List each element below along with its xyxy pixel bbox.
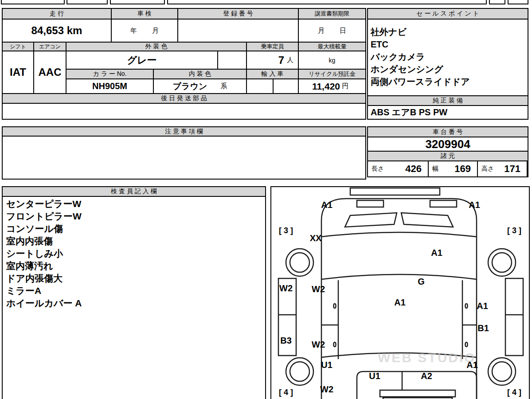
inspector-note-item: ホイールカバー A [3, 297, 265, 309]
inspector-notes-header: 検 査 員 記 入 欄 [3, 187, 265, 196]
damage-mark: G [418, 277, 425, 287]
notes-body [3, 137, 365, 179]
transfer-deadline-header: 譲渡書類期限 [299, 9, 365, 19]
auction-sheet: 走 行 車 検 登 録 番 号 譲渡書類期限 84,653 km 年 月 月 日… [0, 0, 532, 399]
damage-mark: A1 [469, 200, 480, 210]
genuine-equipment-value: ABS エアB PS PW [368, 106, 528, 119]
inspector-note-item: 室内内張傷 [3, 235, 265, 247]
damage-mark: B3 [280, 336, 292, 346]
height-cell: 高さ 171 [478, 161, 527, 176]
sales-point-item: バックカメラ [368, 51, 528, 63]
inspector-note-item: シートしみ小 [3, 247, 265, 260]
tire-grade-front-right: [ 3 ] [507, 226, 521, 235]
capacity-unit: 人 [287, 56, 293, 64]
sales-point-item: ホンダセンシング [368, 63, 528, 75]
exterior-color-value: グレー [66, 51, 217, 69]
registration-number-value [178, 20, 298, 42]
color-no-header: カ ラ ー No. [66, 70, 153, 78]
damage-mark: A1 [466, 360, 478, 370]
height-value: 171 [504, 163, 520, 175]
recycle-unit: 円 [342, 82, 348, 90]
interior-color-value: ブラウン 系 [154, 79, 246, 93]
aircon-value: AAC [34, 51, 66, 93]
interior-color-name: ブラウン [173, 81, 207, 92]
cutoff-row-cell [167, 0, 487, 4]
import-car-value [247, 79, 273, 93]
cutoff-row-cell [1, 0, 65, 4]
transfer-deadline-value: 月 日 [299, 20, 365, 42]
inspection-header: 車 検 [112, 9, 177, 19]
cutoff-row-cell [110, 0, 165, 4]
damage-mark: W2 [320, 384, 333, 395]
damage-mark: W2 [279, 283, 293, 293]
inspector-note-item: 室内薄汚れ [3, 260, 265, 272]
inspector-notes-list: センターピラーW フロントピラーW コンソール傷 室内内張傷 シートしみ小 室内… [3, 197, 265, 399]
recycle-deposit-value: 11,420 円 [299, 79, 365, 93]
tire-grade-rear-left: [ 4 ] [279, 388, 293, 397]
notes-box: 注 意 事 項 欄 [2, 126, 366, 180]
aircon-header: エアコン [34, 43, 66, 51]
damage-mark: U1 [369, 371, 380, 381]
capacity-value: 7 人 [247, 51, 298, 69]
width-cell: 幅 169 [429, 161, 477, 176]
chassis-number-value: 3209904 [368, 137, 528, 151]
sales-points-box: セ ー ル ス ポ イ ン ト 社外ナビ ETC バックカメラ ホンダセンシング… [367, 8, 528, 120]
sales-point-item: 社外ナビ [368, 26, 528, 38]
later-shipped-parts-header: 後 日 発 送 部 品 [3, 94, 365, 103]
interior-color-suffix: 系 [220, 82, 227, 90]
import-car-extra-cell [274, 79, 298, 93]
inspector-notes-box: 検 査 員 記 入 欄 センターピラーW フロントピラーW コンソール傷 室内内… [2, 186, 266, 399]
inspector-note-item: センターピラーW [3, 198, 265, 210]
chassis-number-header: 車 台 番 号 [368, 127, 528, 137]
interior-color-header: 内 装 色 [154, 70, 246, 78]
car-diagram-svg [271, 187, 529, 399]
inspector-note-item: コンソール傷 [3, 223, 265, 235]
vehicle-info-table: 走 行 車 検 登 録 番 号 譲渡書類期限 84,653 km 年 月 月 日… [2, 8, 366, 120]
damage-mark: XX [310, 233, 322, 243]
damage-mark: U1 [321, 360, 332, 370]
damage-diagram-box: WEB STUDIO A1 A1 [ 3 ] [ 3 ] XX A1 W2 W2… [270, 186, 530, 399]
shift-header: シフト [3, 43, 33, 51]
registration-number-header: 登 録 番 号 [178, 9, 298, 19]
mileage-header: 走 行 [3, 9, 111, 19]
later-shipped-parts-value [3, 104, 365, 119]
recycle-amount: 11,420 [312, 81, 340, 92]
width-value: 169 [454, 163, 471, 175]
genuine-equipment-header: 純 正 装 備 [368, 96, 528, 105]
damage-diagram-canvas: WEB STUDIO A1 A1 [ 3 ] [ 3 ] XX A1 W2 W2… [271, 187, 529, 399]
color-no-value: NH905M [66, 79, 153, 93]
sales-points-header: セ ー ル ス ポ イ ン ト [368, 9, 528, 19]
inspector-note-item: ミラーA [3, 285, 265, 297]
inspector-note-item: フロントピラーW [3, 210, 265, 223]
damage-mark: A2 [421, 371, 432, 381]
max-load-header: 最大積載量 [299, 43, 365, 51]
sales-points-list: 社外ナビ ETC バックカメラ ホンダセンシング 両側パワースライドドア [368, 20, 528, 95]
inspector-note-item: ドア内張傷大 [3, 272, 265, 285]
notes-header: 注 意 事 項 欄 [3, 127, 365, 136]
transfer-day-label: 日 [340, 27, 346, 35]
tire-grade-front-left: [ 3 ] [279, 226, 293, 235]
cutoff-row-cell [66, 0, 108, 4]
import-car-header: 輸 入 車 [247, 70, 298, 78]
recycle-deposit-header: リサイクル預託金 [299, 70, 365, 78]
damage-mark: W2 [312, 284, 325, 294]
max-load-value: kg [299, 51, 365, 69]
transfer-month-label: 月 [318, 27, 325, 35]
capacity-number: 7 [278, 54, 284, 66]
damage-mark: A1 [477, 301, 488, 311]
chassis-specs-box: 車 台 番 号 3209904 諸 元 長さ 426 幅 169 高さ 171 [367, 126, 528, 177]
cutoff-row-cell [508, 0, 528, 4]
sales-point-item: 両側パワースライドドア [368, 75, 528, 88]
damage-mark: B1 [477, 323, 489, 333]
capacity-header: 乗車定員 [247, 43, 298, 51]
length-cell: 長さ 426 [368, 161, 428, 176]
length-label: 長さ [372, 165, 384, 173]
inspection-month-label: 月 [152, 27, 159, 35]
inspection-value: 年 月 [112, 20, 177, 42]
shift-value: IAT [3, 51, 33, 93]
damage-mark: W2 [312, 340, 325, 350]
damage-mark: A1 [321, 200, 332, 210]
specs-header: 諸 元 [368, 152, 528, 160]
watermark: WEB STUDIO [378, 350, 476, 365]
length-value: 426 [405, 163, 422, 175]
